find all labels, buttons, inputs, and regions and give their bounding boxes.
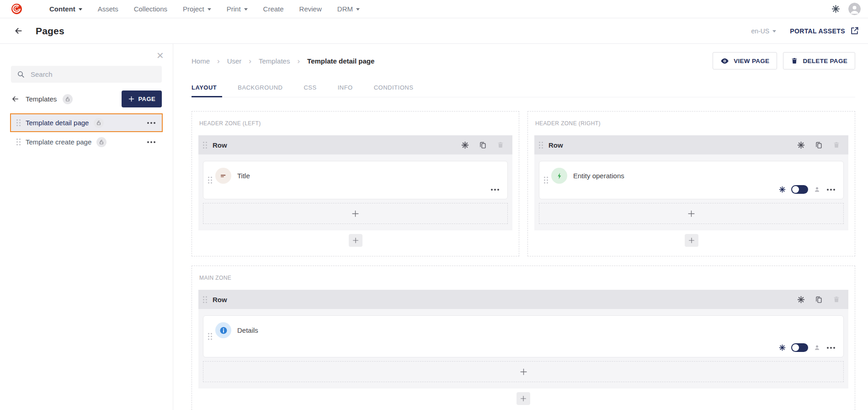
widget-visibility-toggle[interactable] (791, 343, 808, 352)
widget-card-title[interactable]: Title (203, 161, 508, 199)
person-icon[interactable] (814, 344, 820, 351)
widget-name: Title (237, 172, 250, 180)
settings-gear-icon[interactable] (831, 5, 840, 13)
drag-handle-icon[interactable] (16, 119, 21, 126)
widget-settings-gear-icon[interactable] (779, 186, 786, 193)
widget-overflow-menu-icon[interactable] (490, 187, 500, 192)
folder-header: Templates PAGE (11, 91, 162, 107)
eye-icon (720, 57, 729, 65)
detail-tabs: LAYOUT BACKGROUND CSS INFO CONDITIONS (192, 81, 855, 97)
view-page-button[interactable]: VIEW PAGE (713, 52, 777, 69)
person-icon[interactable] (814, 186, 820, 193)
widget-visibility-toggle[interactable] (791, 185, 808, 194)
add-row-button[interactable] (685, 234, 698, 247)
nav-item-drm[interactable]: DRM (330, 0, 367, 18)
search-input[interactable] (30, 70, 156, 79)
zone-label: HEADER ZONE (RIGHT) (535, 120, 848, 127)
tab-conditions[interactable]: CONDITIONS (374, 81, 419, 97)
row-settings-gear-icon[interactable] (797, 296, 805, 304)
portal-assets-label: PORTAL ASSETS (790, 27, 845, 35)
widget-card-entity-operations[interactable]: Entity operations (539, 161, 844, 199)
drag-handle-icon[interactable] (203, 296, 207, 303)
row-label: Row (548, 141, 563, 149)
user-avatar[interactable] (848, 3, 861, 15)
add-widget-slot[interactable] (203, 361, 844, 382)
breadcrumb-home[interactable]: Home (192, 57, 210, 65)
row-trash-icon[interactable] (497, 141, 504, 149)
nav-item-create[interactable]: Create (256, 0, 292, 18)
delete-page-button[interactable]: DELETE PAGE (783, 52, 855, 69)
item-overflow-menu-icon[interactable] (146, 139, 156, 145)
row-header: Row (534, 135, 848, 154)
breadcrumb-templates[interactable]: Templates (259, 57, 290, 65)
zone-header-right: HEADER ZONE (RIGHT) Row (527, 111, 855, 256)
item-overflow-menu-icon[interactable] (146, 120, 156, 126)
nav-item-label: DRM (337, 5, 353, 13)
tab-css[interactable]: CSS (304, 81, 322, 97)
widget-overflow-menu-icon[interactable] (826, 187, 836, 192)
add-page-button[interactable]: PAGE (122, 91, 162, 107)
info-icon (215, 322, 231, 338)
add-row-button[interactable] (349, 234, 362, 247)
plus-icon (520, 395, 527, 402)
folder-label: Templates (26, 95, 57, 103)
row-container: Row Details (198, 290, 848, 389)
page-list: Template detail page Template create pag… (10, 113, 163, 151)
add-widget-slot[interactable] (203, 203, 508, 224)
nav-item-review[interactable]: Review (292, 0, 330, 18)
row-container: Row Title (198, 135, 512, 230)
nav-item-label: Content (49, 5, 75, 13)
add-row-button[interactable] (517, 392, 530, 405)
nav-item-project[interactable]: Project (175, 0, 219, 18)
nav-item-assets[interactable]: Assets (90, 0, 126, 18)
row-settings-gear-icon[interactable] (797, 141, 805, 149)
unlocked-badge (94, 118, 104, 128)
nav-item-label: Project (183, 5, 204, 13)
external-link-icon (850, 27, 859, 35)
tab-background[interactable]: BACKGROUND (238, 81, 288, 97)
nav-item-print[interactable]: Print (219, 0, 256, 18)
unlocked-badge (63, 94, 73, 104)
nav-item-collections[interactable]: Collections (126, 0, 175, 18)
widget-overflow-menu-icon[interactable] (826, 345, 836, 351)
locale-label: en-US (751, 27, 769, 35)
widget-card-details[interactable]: Details (203, 315, 844, 357)
plus-icon (128, 96, 135, 102)
topnav-right (831, 3, 861, 15)
row-settings-gear-icon[interactable] (461, 141, 469, 149)
breadcrumb-current: Template detail page (307, 57, 374, 65)
drag-handle-icon[interactable] (208, 177, 212, 184)
drag-handle-icon[interactable] (539, 142, 543, 149)
row-duplicate-icon[interactable] (479, 141, 487, 149)
drag-handle-icon[interactable] (544, 177, 548, 184)
page-list-item-template-detail[interactable]: Template detail page (10, 113, 163, 132)
breadcrumb-separator: › (249, 57, 251, 65)
zone-header-left: HEADER ZONE (LEFT) Row (192, 111, 519, 256)
back-arrow-icon[interactable] (14, 26, 23, 36)
row-trash-icon[interactable] (833, 296, 840, 303)
tab-info[interactable]: INFO (338, 81, 358, 97)
row-duplicate-icon[interactable] (815, 296, 823, 304)
app-logo-icon[interactable] (11, 3, 22, 15)
page-list-item-template-create[interactable]: Template create page (10, 133, 163, 151)
nav-item-content[interactable]: Content (42, 0, 90, 18)
add-widget-slot[interactable] (539, 203, 844, 224)
close-icon[interactable]: × (157, 49, 164, 61)
breadcrumb-user[interactable]: User (227, 57, 242, 65)
row-duplicate-icon[interactable] (815, 141, 823, 149)
portal-assets-link[interactable]: PORTAL ASSETS (790, 27, 859, 35)
nav-item-label: Assets (98, 5, 118, 13)
text-lines-icon (215, 168, 231, 184)
widget-settings-gear-icon[interactable] (779, 344, 786, 351)
tab-layout[interactable]: LAYOUT (192, 81, 222, 97)
row-trash-icon[interactable] (833, 141, 840, 149)
pages-sidebar: × Templates PAGE Template detail page (0, 44, 173, 410)
folder-back-arrow-icon[interactable] (11, 95, 20, 103)
drag-handle-icon[interactable] (16, 138, 21, 145)
drag-handle-icon[interactable] (208, 333, 212, 340)
zone-label: MAIN ZONE (199, 275, 848, 281)
caret-down-icon (244, 8, 248, 11)
locale-selector[interactable]: en-US (751, 27, 776, 35)
lock-open-icon (99, 139, 104, 145)
drag-handle-icon[interactable] (203, 142, 207, 149)
